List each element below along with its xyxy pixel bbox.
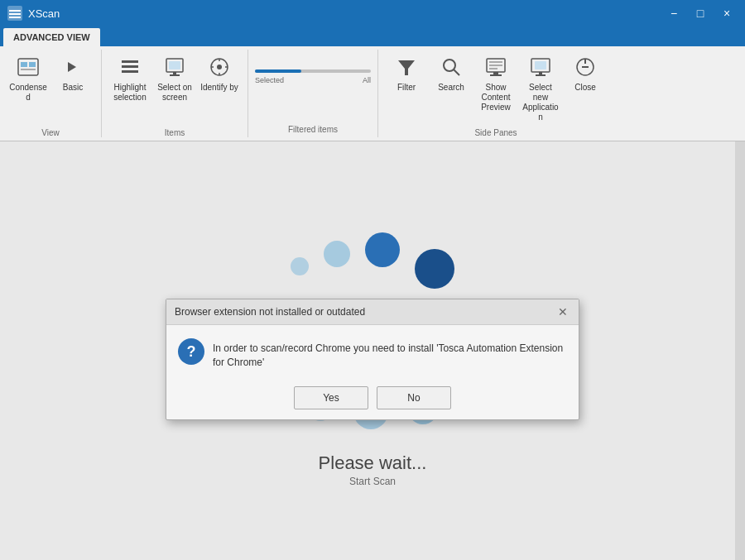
view-group-label: View [41, 128, 60, 137]
new-app-icon [527, 54, 554, 80]
dialog-close-button[interactable]: ✕ [555, 304, 570, 319]
svg-rect-3 [9, 17, 21, 18]
dialog-buttons: Yes No [178, 386, 567, 409]
slider-area: Selected All [255, 53, 371, 123]
title-bar-left: XScan [7, 5, 60, 22]
dialog-title-bar: Browser extension not installed or outda… [166, 299, 579, 325]
main-content: Please wait... Start Scan Browser extens… [0, 141, 745, 560]
dialog-message-row: ? In order to scan/record Chrome you nee… [178, 338, 567, 370]
side-panes-group-label: Side Panes [474, 128, 517, 137]
svg-line-23 [454, 69, 459, 75]
app-icon [7, 5, 23, 22]
slider-labels: Selected All [255, 76, 371, 84]
svg-rect-14 [170, 74, 180, 76]
slider-right-label: All [363, 76, 371, 84]
select-screen-icon [161, 54, 188, 80]
dialog-no-button[interactable]: No [377, 386, 451, 409]
highlight-label: Highlight selection [111, 83, 149, 103]
items-buttons: Highlight selection Select on screen [108, 50, 241, 127]
svg-rect-8 [122, 60, 138, 63]
basic-button[interactable]: Basic [51, 50, 94, 106]
slider-fill [255, 69, 301, 73]
close-pane-icon [572, 54, 598, 80]
minimize-button[interactable]: − [662, 5, 685, 22]
view-buttons: Condensed Basic [7, 50, 94, 127]
search-icon [438, 54, 464, 80]
ribbon: ADVANCED VIEW Condensed [0, 26, 745, 141]
ribbon-group-side-panes: Filter Search [378, 50, 613, 137]
svg-rect-10 [122, 70, 138, 73]
highlight-selection-button[interactable]: Highlight selection [108, 50, 151, 107]
condensed-label: Condensed [9, 83, 47, 103]
svg-rect-9 [122, 65, 138, 68]
side-panes-buttons: Filter Search [385, 50, 607, 127]
select-new-application-button[interactable]: Select new Application [519, 50, 562, 127]
dialog-title: Browser extension not installed or outda… [175, 306, 365, 318]
svg-marker-21 [398, 60, 415, 75]
title-bar: XScan − □ × [0, 0, 745, 26]
svg-rect-6 [29, 62, 36, 67]
svg-rect-7 [21, 69, 36, 70]
basic-icon [60, 54, 86, 80]
maximize-button[interactable]: □ [689, 5, 712, 22]
title-text: XScan [28, 7, 60, 20]
svg-rect-26 [489, 65, 502, 66]
dialog-question-icon: ? [178, 338, 204, 365]
svg-rect-31 [535, 61, 546, 69]
condensed-icon [15, 54, 41, 80]
svg-rect-2 [9, 13, 21, 15]
window-controls: − □ × [662, 5, 738, 22]
filtered-group-label: Filtered items [255, 125, 371, 134]
dialog-overlay: Browser extension not installed or outda… [0, 141, 745, 560]
ribbon-content: Condensed Basic View [0, 46, 745, 141]
dialog-yes-button[interactable]: Yes [294, 386, 368, 409]
dialog: Browser extension not installed or outda… [166, 299, 579, 420]
svg-rect-28 [493, 72, 498, 74]
svg-rect-29 [490, 74, 502, 76]
filter-button[interactable]: Filter [385, 50, 428, 106]
preview-icon [483, 54, 509, 80]
svg-rect-25 [489, 61, 502, 63]
slider-track [255, 69, 371, 73]
svg-rect-12 [169, 61, 180, 69]
identify-by-button[interactable]: Identify by [198, 50, 241, 106]
ribbon-group-view: Condensed Basic View [0, 50, 102, 137]
items-group-label: Items [165, 128, 185, 137]
svg-rect-33 [536, 74, 546, 76]
search-button[interactable]: Search [430, 50, 473, 106]
select-on-screen-button[interactable]: Select on screen [153, 50, 196, 107]
svg-point-22 [444, 60, 455, 71]
svg-rect-5 [21, 62, 27, 67]
identify-icon [206, 54, 233, 80]
close-pane-label: Close [574, 83, 596, 93]
window-close-button[interactable]: × [715, 5, 738, 22]
basic-label: Basic [63, 83, 83, 93]
new-app-label: Select new Application [522, 83, 560, 122]
identify-label: Identify by [200, 83, 238, 93]
select-screen-label: Select on screen [156, 83, 194, 103]
show-content-preview-button[interactable]: Show Content Preview [474, 50, 517, 117]
svg-rect-27 [489, 68, 497, 69]
highlight-icon [117, 54, 143, 80]
tab-advanced-view[interactable]: ADVANCED VIEW [3, 28, 100, 46]
svg-point-16 [217, 65, 222, 69]
close-pane-button[interactable]: Close [564, 50, 607, 106]
preview-label: Show Content Preview [477, 83, 515, 112]
slider-left-label: Selected [255, 76, 284, 84]
search-label: Search [438, 83, 464, 93]
dialog-message: In order to scan/record Chrome you need … [213, 338, 567, 370]
ribbon-group-items: Highlight selection Select on screen [102, 50, 248, 137]
filter-label: Filter [397, 83, 416, 93]
condensed-button[interactable]: Condensed [7, 50, 50, 107]
filter-icon [393, 54, 420, 80]
svg-rect-1 [9, 10, 21, 12]
dialog-body: ? In order to scan/record Chrome you nee… [166, 325, 579, 419]
ribbon-group-filtered: Selected All Filtered items [248, 50, 378, 137]
ribbon-tab-bar: ADVANCED VIEW [0, 26, 745, 46]
